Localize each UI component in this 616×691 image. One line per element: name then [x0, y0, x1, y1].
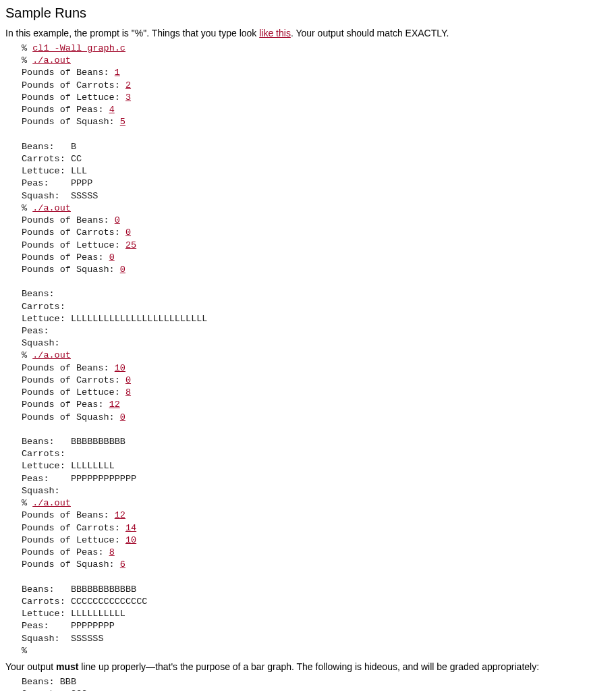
run-command: ./a.out	[32, 55, 71, 65]
shell-prompt: %	[22, 350, 27, 360]
input-lettuce: 25	[125, 240, 136, 250]
run-command: ./a.out	[32, 350, 71, 360]
bad-example-block: Beans: BBB Carrots: CCC Lettuce: LLL Pea…	[22, 676, 616, 691]
prompt-lettuce: Pounds of Lettuce:	[22, 535, 125, 545]
input-carrots: 2	[125, 80, 131, 90]
bar-squash: Squash: SSSSS	[22, 191, 98, 201]
input-peas: 8	[109, 547, 115, 557]
sample-run-block: % cl1 -Wall graph.c % ./a.out Pounds of …	[22, 43, 616, 657]
intro-paragraph: In this example, the prompt is "%". Thin…	[5, 28, 616, 38]
bar-lettuce: Lettuce: LLLLLLLL	[22, 461, 115, 471]
prompt-peas: Pounds of Peas:	[22, 105, 109, 115]
input-squash: 6	[120, 559, 125, 570]
footer-paragraph: Your output must line up properly—that's…	[5, 661, 616, 672]
bar-beans: Beans: BBBBBBBBBB	[22, 437, 125, 447]
prompt-lettuce: Pounds of Lettuce:	[22, 92, 125, 103]
prompt-lettuce: Pounds of Lettuce:	[22, 387, 125, 397]
input-lettuce: 3	[125, 92, 131, 103]
bar-squash: Squash:	[22, 486, 71, 496]
prompt-carrots: Pounds of Carrots:	[22, 375, 125, 385]
input-squash: 5	[120, 117, 125, 127]
input-peas: 4	[109, 105, 115, 115]
bar-beans: Beans:	[22, 289, 71, 299]
prompt-peas: Pounds of Peas:	[22, 252, 109, 262]
bar-carrots: Carrots: CCCCCCCCCCCCCC	[22, 597, 147, 607]
intro-text-post: . Your output should match EXACTLY.	[291, 28, 449, 38]
bar-lettuce: Lettuce: LLL	[22, 166, 87, 176]
example-typed-link[interactable]: like this	[259, 28, 291, 38]
prompt-carrots: Pounds of Carrots:	[22, 523, 125, 533]
prompt-carrots: Pounds of Carrots:	[22, 227, 125, 238]
input-lettuce: 10	[125, 535, 136, 545]
input-lettuce: 8	[125, 387, 131, 397]
prompt-beans: Pounds of Beans:	[22, 363, 115, 373]
input-beans: 12	[115, 510, 125, 520]
prompt-squash: Pounds of Squash:	[22, 265, 120, 275]
bar-squash: Squash:	[22, 338, 71, 348]
shell-prompt: %	[22, 43, 27, 53]
bar-peas: Peas: PPPP	[22, 178, 92, 188]
prompt-lettuce: Pounds of Lettuce:	[22, 240, 125, 250]
input-squash: 0	[120, 412, 125, 422]
prompt-squash: Pounds of Squash:	[22, 412, 120, 422]
prompt-beans: Pounds of Beans:	[22, 67, 115, 78]
shell-prompt: %	[22, 55, 27, 65]
bar-peas: Peas: PPPPPPPPPPPP	[22, 474, 136, 484]
bar-beans: Beans: B	[22, 142, 76, 152]
bad-beans: Beans: BBB	[22, 677, 76, 687]
prompt-beans: Pounds of Beans:	[22, 215, 115, 225]
prompt-peas: Pounds of Peas:	[22, 399, 109, 410]
input-beans: 10	[115, 363, 125, 373]
intro-text-pre: In this example, the prompt is "%". Thin…	[5, 28, 259, 38]
bar-beans: Beans: BBBBBBBBBBBB	[22, 584, 136, 595]
prompt-squash: Pounds of Squash:	[22, 559, 120, 570]
prompt-carrots: Pounds of Carrots:	[22, 80, 125, 90]
bar-carrots: Carrots:	[22, 449, 71, 459]
bar-peas: Peas: PPPPPPPP	[22, 621, 115, 631]
bar-squash: Squash: SSSSSS	[22, 634, 104, 644]
input-squash: 0	[120, 265, 125, 275]
input-peas: 12	[109, 399, 120, 410]
input-beans: 1	[115, 67, 120, 78]
prompt-squash: Pounds of Squash:	[22, 117, 120, 127]
input-carrots: 14	[125, 523, 136, 533]
shell-prompt: %	[22, 498, 27, 508]
shell-prompt: %	[22, 203, 27, 213]
bar-carrots: Carrots:	[22, 302, 71, 312]
bar-lettuce: Lettuce: LLLLLLLLLL	[22, 609, 125, 619]
input-peas: 0	[109, 252, 115, 262]
input-beans: 0	[115, 215, 120, 225]
run-command: ./a.out	[32, 498, 71, 508]
footer-post: line up properly—that's the purpose of a…	[78, 661, 539, 672]
bar-carrots: Carrots: CC	[22, 154, 82, 164]
prompt-peas: Pounds of Peas:	[22, 547, 109, 557]
prompt-beans: Pounds of Beans:	[22, 510, 115, 520]
bar-lettuce: Lettuce: LLLLLLLLLLLLLLLLLLLLLLLLL	[22, 314, 207, 324]
input-carrots: 0	[125, 375, 131, 385]
run-command: ./a.out	[32, 203, 71, 213]
footer-bold: must	[56, 661, 78, 672]
shell-prompt: %	[22, 646, 27, 656]
input-carrots: 0	[125, 227, 131, 238]
bar-peas: Peas:	[22, 326, 71, 336]
compile-command: cl1 -Wall graph.c	[32, 43, 125, 53]
footer-pre: Your output	[5, 661, 56, 672]
page-title: Sample Runs	[5, 5, 616, 21]
